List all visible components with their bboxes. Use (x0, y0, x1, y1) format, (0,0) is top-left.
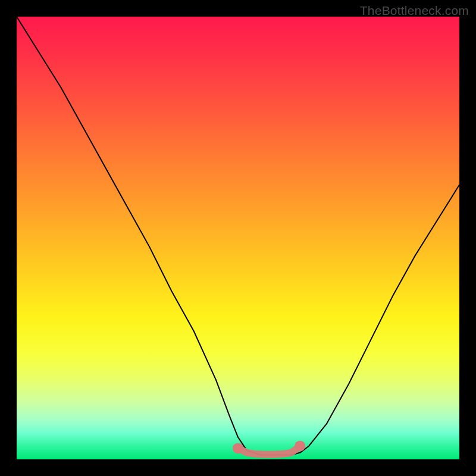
valley-end-dot (233, 443, 243, 453)
chart-stage: TheBottleneck.com (0, 0, 476, 476)
bottleneck-curve (17, 17, 459, 455)
valley-highlight (238, 446, 300, 455)
valley-end-dot (295, 441, 305, 452)
watermark-text: TheBottleneck.com (360, 4, 469, 18)
plot-area (17, 17, 459, 459)
curve-layer (17, 17, 459, 459)
